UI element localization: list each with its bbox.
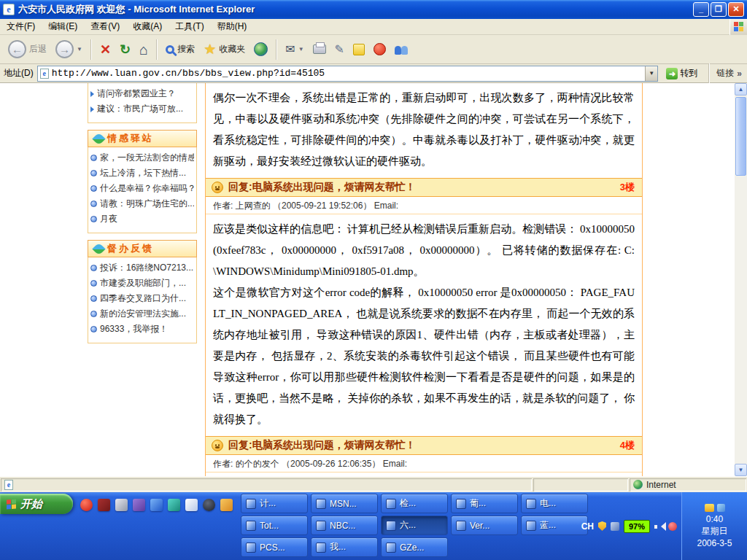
toolbar-separator	[90, 39, 92, 60]
dot-bullet-icon	[90, 326, 97, 332]
menu-edit[interactable]: 编辑(E)	[42, 18, 84, 35]
menu-tools[interactable]: 工具(T)	[169, 18, 210, 35]
sidebar-link[interactable]: 四季春交叉路口为什...	[90, 291, 194, 306]
search-button[interactable]: 搜索	[162, 38, 198, 61]
sidebar-link[interactable]: 坛上冷清，坛下热情...	[90, 166, 194, 181]
sidebar-link-list: 家，一段无法割舍的情感 坛上冷清，坛下热情... 什么是幸福？你幸福吗？ 请教：…	[88, 147, 197, 233]
maximize-button[interactable]: ❐	[711, 2, 727, 17]
history-button[interactable]	[250, 38, 271, 61]
sidebar-link-list: 投诉：16路绕NO7213... 市建委及职能部门，... 四季春交叉路口为什.…	[88, 257, 197, 343]
print-button[interactable]	[309, 38, 330, 61]
sidebar-link[interactable]: 投诉：16路绕NO7213...	[90, 260, 194, 276]
tray-status-icon[interactable]	[668, 522, 677, 531]
floor-badge: 4楼	[620, 439, 636, 452]
clock-weekday: 星期日	[702, 525, 728, 537]
chat-button[interactable]	[370, 38, 390, 61]
notes-button[interactable]	[349, 38, 368, 61]
quicklaunch-icon[interactable]	[98, 499, 110, 511]
sidebar-link[interactable]: 96333，我举报！	[90, 322, 194, 337]
clover-icon	[92, 132, 105, 145]
menubar: 文件(F) 编辑(E) 查看(V) 收藏(A) 工具(T) 帮助(H)	[0, 19, 747, 35]
shield-icon[interactable]	[598, 521, 606, 531]
volume-icon[interactable]	[654, 522, 664, 531]
taskbar: 开始 计... MSN... 检... 葡... 电... Tot... NBC…	[0, 492, 747, 560]
task-button[interactable]: 蓝...	[521, 516, 588, 535]
clock-time: 0:40	[706, 514, 723, 524]
reply-body: 偶尔一次不理会，系统出错是正常的，重新启动即可，出现次数多了，两种情况比较常见，…	[206, 83, 642, 178]
task-button[interactable]: GZe...	[381, 537, 448, 557]
task-button[interactable]: 我...	[311, 537, 378, 557]
task-button[interactable]: 葡...	[451, 494, 518, 513]
menu-file[interactable]: 文件(F)	[0, 18, 42, 35]
sidebar-link[interactable]: 新的治安管理法实施...	[90, 306, 194, 322]
sidebar-link[interactable]: 请问帝都繁园业主？	[90, 86, 194, 101]
task-button-active[interactable]: 六...	[381, 516, 448, 535]
quicklaunch-icon[interactable]	[150, 499, 163, 511]
task-button[interactable]: NBC...	[311, 516, 378, 535]
task-button[interactable]: Tot...	[241, 516, 308, 535]
sidebar-link[interactable]: 什么是幸福？你幸福吗？	[90, 181, 194, 196]
sidebar-link[interactable]: 建议：市民广场可放...	[90, 101, 194, 117]
toolbar: ← 后退 → ▼ ✕ ↻ ⌂ 搜索 ★ 收藏夹 ✉ ▼ ✎	[0, 35, 747, 64]
favorites-button[interactable]: ★ 收藏夹	[200, 38, 249, 61]
task-button[interactable]: Ver...	[451, 516, 518, 535]
messenger-button[interactable]	[391, 38, 411, 61]
dot-bullet-icon	[90, 216, 97, 222]
task-button[interactable]: 电...	[521, 494, 588, 513]
power-icon[interactable]	[705, 504, 714, 512]
titlebar[interactable]: e 六安市人民政府网 欢迎您 - Microsoft Internet Expl…	[0, 0, 747, 19]
sidebar-link[interactable]: 家，一段无法割舍的情感	[90, 150, 194, 166]
stop-button[interactable]: ✕	[96, 38, 115, 61]
mail-button[interactable]: ✉ ▼	[282, 38, 307, 61]
home-button[interactable]: ⌂	[136, 38, 152, 61]
address-bar: 地址(D) e http://www.luan.gov.cn/bbs/bbs_v…	[0, 64, 747, 83]
app-icon	[456, 499, 466, 509]
task-button[interactable]: 计...	[241, 494, 308, 513]
reply-header: 回复:电脑系统出现问题，烦请网友帮忙！ 3楼	[206, 178, 642, 197]
links-menu[interactable]: 链接 »	[716, 67, 743, 79]
scroll-up-icon[interactable]: ▲	[735, 83, 747, 96]
menu-favorites[interactable]: 收藏(A)	[126, 18, 169, 35]
address-input[interactable]: e http://www.luan.gov.cn/bbs/bbs_view.ph…	[37, 66, 659, 82]
tray-app-icon[interactable]	[611, 522, 619, 531]
quicklaunch-icon[interactable]	[203, 499, 215, 511]
dot-bullet-icon	[90, 201, 97, 207]
refresh-button[interactable]: ↻	[116, 38, 134, 61]
go-button[interactable]: ➜ 转到	[662, 66, 702, 81]
network-icon[interactable]	[717, 504, 725, 512]
battery-indicator[interactable]: 97%	[624, 520, 650, 533]
sidebar-link[interactable]: 请教：明珠广场住宅的...	[90, 196, 194, 211]
window-controls: _ ❐ ✕	[692, 2, 744, 17]
task-button[interactable]: 检...	[381, 494, 448, 513]
sidebar-link[interactable]: 市建委及职能部门，...	[90, 276, 194, 291]
menu-help[interactable]: 帮助(H)	[211, 18, 254, 35]
menu-view[interactable]: 查看(V)	[84, 18, 126, 35]
scroll-down-icon[interactable]: ▼	[735, 464, 747, 476]
minimize-button[interactable]: _	[693, 2, 709, 17]
language-indicator[interactable]: CH	[581, 521, 594, 532]
quicklaunch-icon[interactable]	[115, 499, 128, 511]
forum-thread: 偶尔一次不理会，系统出错是正常的，重新启动即可，出现次数多了，两种情况比较常见，…	[205, 83, 643, 476]
quicklaunch-icon[interactable]	[80, 499, 93, 511]
quicklaunch-icon[interactable]	[133, 499, 145, 511]
edit-button[interactable]: ✎	[331, 38, 348, 61]
browser-viewport: 请问帝都繁园业主？ 建议：市民广场可放... 情感驿站 家，一段无法割舍的情感 …	[0, 83, 747, 476]
task-button[interactable]: MSN...	[311, 494, 378, 513]
app-icon	[526, 499, 536, 509]
scroll-thumb[interactable]	[735, 97, 746, 176]
start-button[interactable]: 开始	[0, 494, 73, 514]
close-button[interactable]: ✕	[728, 2, 744, 17]
clock-panel[interactable]: 0:40 星期日 2006-3-5	[681, 492, 747, 560]
quicklaunch-icon[interactable]	[168, 499, 180, 511]
task-button[interactable]: PCS...	[241, 537, 308, 557]
app-icon	[316, 499, 326, 509]
vertical-scrollbar[interactable]: ▲ ▼	[735, 83, 747, 476]
address-dropdown-icon[interactable]: ▼	[645, 66, 657, 81]
clover-icon	[92, 242, 105, 255]
sidebar-link[interactable]: 月夜	[90, 211, 194, 227]
forward-button[interactable]: → ▼	[52, 38, 86, 61]
quicklaunch-icon[interactable]	[185, 499, 198, 511]
quicklaunch-icon[interactable]	[220, 499, 233, 511]
floor-badge: 3楼	[620, 181, 636, 194]
back-button[interactable]: ← 后退	[4, 38, 50, 61]
